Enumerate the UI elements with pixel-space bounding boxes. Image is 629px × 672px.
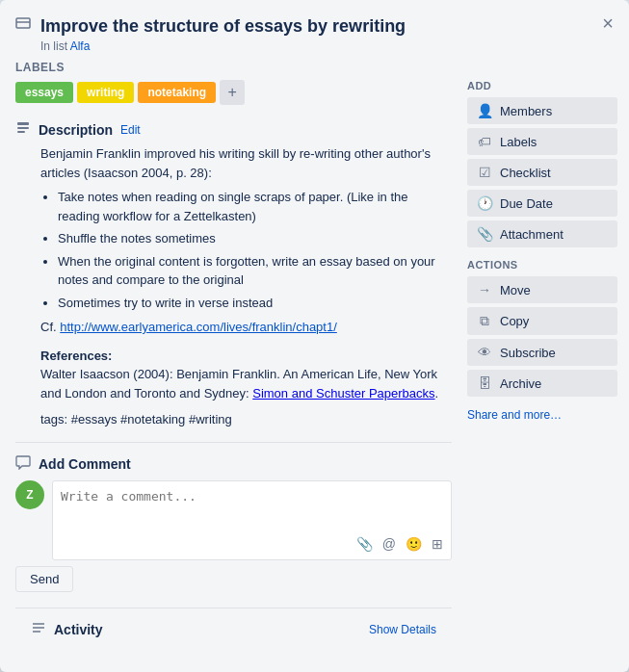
comment-icon xyxy=(15,454,31,473)
copy-icon: ⧉ xyxy=(477,313,492,329)
labels-label: Labels xyxy=(500,135,537,149)
modal-subtitle: In list Alfa xyxy=(40,39,406,53)
modal-title: Improve the structure of essays by rewri… xyxy=(40,15,406,38)
edit-description-link[interactable]: Edit xyxy=(120,123,141,137)
attachment-label: Attachment xyxy=(500,227,563,242)
card-icon xyxy=(15,17,31,36)
modal-header: Improve the structure of essays by rewri… xyxy=(0,0,629,61)
sidebar-actions-title: Actions xyxy=(467,259,617,271)
description-section: Description Edit Benjamin Franklin impro… xyxy=(15,120,452,426)
add-comment-title: Add Comment xyxy=(39,456,131,472)
members-label: Members xyxy=(500,104,552,118)
bullet-3: When the original content is forgotten, … xyxy=(58,252,452,290)
sidebar: Add 👤 Members 🏷 Labels ☑ Checklist 🕐 Due… xyxy=(467,61,629,672)
subscribe-label: Subscribe xyxy=(500,346,556,360)
show-details-link[interactable]: Show Details xyxy=(369,623,436,636)
due-date-icon: 🕐 xyxy=(477,195,492,211)
description-title: Description xyxy=(39,122,113,138)
send-button[interactable]: Send xyxy=(15,566,73,592)
modal-body: Labels essays writing notetaking + xyxy=(0,61,629,672)
due-date-label: Due Date xyxy=(500,196,553,211)
attach-icon[interactable]: 📎 xyxy=(356,536,373,552)
attachment-button[interactable]: 📎 Attachment xyxy=(467,220,617,247)
checklist-button[interactable]: ☑ Checklist xyxy=(467,159,617,186)
labels-section-title: Labels xyxy=(15,61,452,74)
checklist-icon: ☑ xyxy=(477,165,492,180)
tags-section: tags: #essays #notetaking #writing xyxy=(15,412,452,426)
publisher-link[interactable]: Simon and Schuster Paperbacks xyxy=(252,386,434,401)
divider-1 xyxy=(15,442,452,443)
copy-button[interactable]: ⧉ Copy xyxy=(467,307,617,335)
svg-rect-2 xyxy=(17,122,29,125)
svg-rect-0 xyxy=(16,18,30,28)
mention-icon[interactable]: @ xyxy=(382,536,396,552)
sidebar-add-title: Add xyxy=(467,80,617,91)
labels-button[interactable]: 🏷 Labels xyxy=(467,128,617,155)
archive-button[interactable]: 🗄 Archive xyxy=(467,370,617,397)
attachment-icon: 📎 xyxy=(477,226,492,242)
modal-title-block: Improve the structure of essays by rewri… xyxy=(40,15,406,53)
references-label: References: xyxy=(40,349,112,363)
description-header: Description Edit xyxy=(15,120,452,139)
close-button[interactable]: × xyxy=(598,10,617,37)
cf-line: Cf. http://www.earlyamerica.com/lives/fr… xyxy=(40,318,452,337)
description-icon xyxy=(15,120,31,139)
bullet-1: Take notes when reading on single scraps… xyxy=(58,188,452,225)
label-notetaking[interactable]: notetaking xyxy=(138,82,216,103)
bullet-4: Sometimes try to write in verse instead xyxy=(58,294,452,313)
members-icon: 👤 xyxy=(477,103,492,118)
members-button[interactable]: 👤 Members xyxy=(467,97,617,124)
activity-icon xyxy=(31,620,46,638)
svg-rect-4 xyxy=(17,131,25,133)
add-label-button[interactable]: + xyxy=(220,80,245,105)
checklist-label: Checklist xyxy=(500,166,551,180)
add-comment-section: Add Comment Z 📎 @ 🙂 ⊞ Send xyxy=(15,454,452,592)
comment-input-area[interactable]: 📎 @ 🙂 ⊞ xyxy=(52,480,452,560)
references-section: References: Walter Isaacson (2004): Benj… xyxy=(15,347,452,403)
labels-section: Labels essays writing notetaking + xyxy=(15,61,452,105)
move-label: Move xyxy=(500,283,531,297)
comment-row: Z 📎 @ 🙂 ⊞ xyxy=(15,480,452,560)
card-modal: Improve the structure of essays by rewri… xyxy=(0,0,629,672)
card-icon-toolbar[interactable]: ⊞ xyxy=(432,536,443,552)
activity-left: Activity xyxy=(31,620,103,638)
labels-row: essays writing notetaking + xyxy=(15,80,452,105)
references-text: Walter Isaacson (2004): Benjamin Frankli… xyxy=(40,367,438,401)
comment-input[interactable] xyxy=(61,489,443,528)
description-bullets: Take notes when reading on single scraps… xyxy=(40,188,452,312)
move-button[interactable]: → Move xyxy=(467,276,617,303)
emoji-icon[interactable]: 🙂 xyxy=(406,536,422,552)
description-text: Benjamin Franklin improved his writing s… xyxy=(15,144,452,337)
cf-link[interactable]: http://www.earlyamerica.com/lives/frankl… xyxy=(60,320,337,334)
description-intro: Benjamin Franklin improved his writing s… xyxy=(40,144,452,182)
label-essays[interactable]: essays xyxy=(15,82,73,103)
activity-section: Activity Show Details xyxy=(15,607,452,646)
add-comment-header: Add Comment xyxy=(15,454,452,473)
move-icon: → xyxy=(477,282,492,297)
labels-icon: 🏷 xyxy=(477,134,492,149)
main-content: Labels essays writing notetaking + xyxy=(0,61,467,672)
avatar: Z xyxy=(15,480,44,509)
bullet-2: Shuffle the notes sometimes xyxy=(58,229,452,248)
label-writing[interactable]: writing xyxy=(77,82,134,103)
svg-rect-3 xyxy=(17,127,29,129)
subscribe-icon: 👁 xyxy=(477,345,492,360)
due-date-button[interactable]: 🕐 Due Date xyxy=(467,190,617,217)
subscribe-button[interactable]: 👁 Subscribe xyxy=(467,339,617,366)
list-link[interactable]: Alfa xyxy=(70,39,91,53)
comment-toolbar: 📎 @ 🙂 ⊞ xyxy=(61,530,443,552)
activity-title: Activity xyxy=(54,622,103,637)
copy-label: Copy xyxy=(500,314,529,328)
tags-text: tags: #essays #notetaking #writing xyxy=(40,412,232,426)
archive-icon: 🗄 xyxy=(477,375,492,391)
archive-label: Archive xyxy=(500,376,541,391)
share-link[interactable]: Share and more… xyxy=(467,404,617,426)
